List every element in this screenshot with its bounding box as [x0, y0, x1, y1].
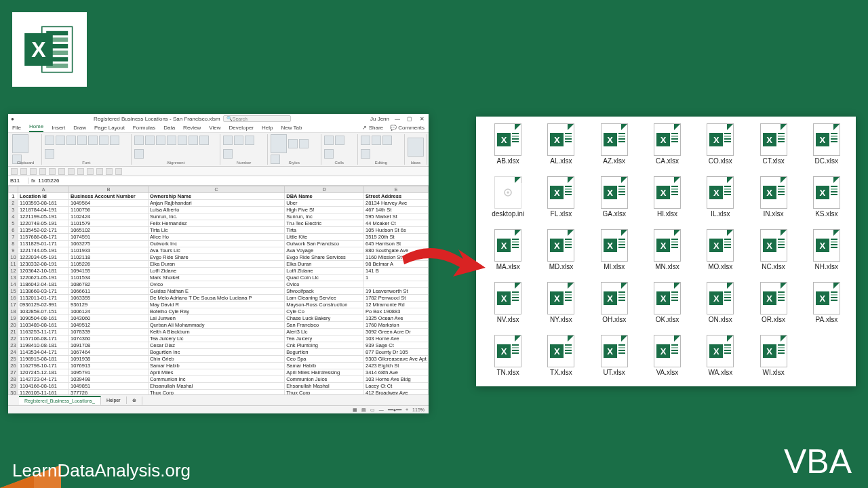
search-box[interactable]: 🔍 Search	[223, 115, 291, 122]
cell[interactable]: Cesar Diaz	[148, 342, 284, 349]
cell[interactable]: Alert3 Llc	[285, 329, 364, 336]
cell[interactable]: 105 Hudson St 6s	[364, 227, 429, 234]
file-item[interactable]: XMA.xlsx	[481, 229, 534, 279]
cell[interactable]: 467 14th St	[364, 207, 429, 214]
autosave-toggle[interactable]: ●	[11, 116, 14, 122]
cell[interactable]: 939 Sage Ct	[364, 342, 429, 349]
cell[interactable]: Cyle Co	[285, 308, 364, 315]
new-sheet-button[interactable]: ⊕	[127, 396, 142, 405]
cell[interactable]: 12 Miramonte Rd	[364, 302, 429, 308]
row-header[interactable]: 26	[9, 363, 18, 369]
ribbon-tab-view[interactable]: View	[209, 123, 220, 132]
qat-item[interactable]	[106, 168, 113, 175]
cell[interactable]: Lacey Ct Ct	[364, 383, 429, 390]
cell[interactable]: 0936129-02-991	[18, 302, 68, 308]
cell[interactable]: 1203642-10-181	[18, 268, 68, 274]
cell[interactable]: 595 Market St	[364, 214, 429, 220]
row-header[interactable]: 21	[9, 329, 18, 336]
ribbon-tab-draw[interactable]: Draw	[73, 123, 86, 132]
comments-button[interactable]: 💬 Comments	[390, 123, 425, 132]
file-item[interactable]: XNC.xlsx	[747, 229, 800, 279]
row-header[interactable]: 15	[9, 288, 18, 295]
cell[interactable]: 44 Mcaker Ct	[364, 220, 429, 227]
cell[interactable]: 1163253-11-171	[18, 329, 68, 336]
cell[interactable]: 1049851	[69, 383, 149, 390]
cell[interactable]: 1076913	[69, 363, 149, 369]
cell[interactable]: Chin Grieb	[148, 356, 284, 363]
cell[interactable]: Alice Ho	[148, 234, 284, 241]
cell[interactable]: 1186042-04-181	[18, 281, 68, 288]
cell[interactable]: 1100756	[69, 207, 149, 214]
minimize-button[interactable]: —	[393, 116, 401, 122]
cell[interactable]: 1103489-08-161	[18, 322, 68, 329]
cell[interactable]: 1220748-05-191	[18, 220, 68, 227]
file-item[interactable]: XNV.xlsx	[481, 282, 534, 332]
ribbon-button[interactable]	[178, 136, 187, 145]
cell[interactable]: De Melo Adriano T De Sousa Melo Luciana …	[148, 295, 284, 302]
row-header[interactable]: 17	[9, 302, 18, 308]
cell[interactable]: Outwork Inc	[148, 241, 284, 247]
ribbon-button[interactable]	[288, 139, 298, 148]
ribbon-button[interactable]	[134, 149, 144, 159]
cell[interactable]: 1760 Markston	[364, 322, 429, 329]
user-name[interactable]: Ju Jenn	[370, 116, 389, 122]
cell[interactable]: San Francisco	[285, 322, 364, 329]
ribbon-button[interactable]	[245, 136, 254, 145]
cell[interactable]: Cnk Plumbing	[285, 342, 364, 349]
cell[interactable]: 1143534-04-171	[18, 349, 68, 356]
cell[interactable]: Communion Juice	[285, 376, 364, 383]
cell[interactable]: 1135452-02-171	[18, 227, 68, 234]
ribbon-button[interactable]	[189, 136, 198, 145]
cell[interactable]: 9303 Gilcreaseave Ave Apt	[364, 356, 429, 363]
file-item[interactable]: XOK.xlsx	[641, 282, 694, 332]
column-header[interactable]: D	[285, 186, 364, 193]
cell[interactable]: Sfwoolfpack	[285, 288, 364, 295]
cell[interactable]: Evgo Ride Share	[148, 254, 284, 261]
ribbon-button[interactable]	[382, 136, 392, 145]
cell[interactable]: 1043060	[69, 315, 149, 322]
row-header[interactable]: 12	[9, 268, 18, 274]
file-item[interactable]: XTN.xlsx	[481, 335, 534, 385]
cell[interactable]: 1063275	[69, 241, 149, 247]
ribbon-button[interactable]	[324, 149, 334, 159]
ribbon-button[interactable]	[299, 139, 309, 148]
file-item[interactable]: XHI.xlsx	[641, 176, 694, 226]
file-item[interactable]: XAB.xlsx	[481, 123, 534, 174]
file-item[interactable]: XCO.xlsx	[694, 123, 747, 174]
cell[interactable]: 1230332-08-191	[18, 261, 68, 268]
cell[interactable]: 1105226	[69, 261, 149, 268]
file-item[interactable]: XWI.xlsx	[747, 335, 800, 385]
ribbon-button[interactable]	[199, 136, 209, 145]
cell[interactable]: Ovico	[148, 281, 284, 288]
cell[interactable]: 1078339	[69, 329, 149, 336]
file-item[interactable]: XMI.xlsx	[588, 229, 641, 279]
qat-item[interactable]	[20, 168, 27, 175]
ribbon-tab-file[interactable]: File	[12, 123, 21, 132]
zoom-level[interactable]: 115%	[412, 407, 425, 412]
cell[interactable]: Communion Inc	[148, 376, 284, 383]
cell[interactable]: Samar Habib	[285, 363, 364, 369]
cell[interactable]: Sunrun, Inc.	[148, 214, 284, 220]
cell[interactable]: 1207245-12-181	[18, 369, 68, 376]
cell[interactable]: 1091708	[69, 342, 149, 349]
file-item[interactable]: XGA.xlsx	[588, 176, 641, 226]
ribbon-button[interactable]	[45, 136, 54, 145]
ribbon-tab-developer[interactable]: Developer	[229, 123, 254, 132]
cell[interactable]: Lai Junwen	[148, 315, 284, 322]
cell[interactable]: 1066611	[69, 288, 149, 295]
cell[interactable]: 1091938	[69, 356, 149, 363]
cell[interactable]: 1162798-10-171	[18, 363, 68, 369]
cell[interactable]: 1090504-08-161	[18, 315, 68, 322]
cell[interactable]: 3092 Green Acre Dr	[364, 329, 429, 336]
file-item[interactable]: XWA.xlsx	[694, 335, 747, 385]
qat-item[interactable]	[49, 168, 56, 175]
ribbon-button[interactable]	[271, 134, 287, 153]
cell[interactable]: 412 Broadway Ave	[364, 390, 429, 395]
cell[interactable]: Ehsanullah Mashal	[148, 383, 284, 390]
cell[interactable]: Keith A Blackburn	[148, 329, 284, 336]
ribbon-button[interactable]	[66, 136, 76, 145]
cell[interactable]: 103 Horne Ave	[364, 336, 429, 342]
cell[interactable]: 936129	[69, 302, 149, 308]
cell[interactable]: Ovico	[285, 281, 364, 288]
row-header[interactable]: 30	[9, 390, 18, 395]
